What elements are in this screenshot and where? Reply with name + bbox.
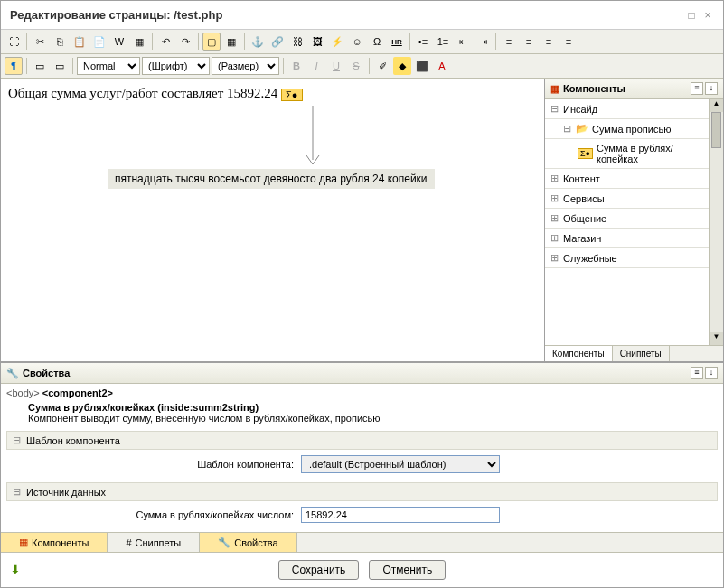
list-number-icon[interactable]: 1≡: [434, 33, 452, 51]
bottom-tab-snippets[interactable]: #Сниппеты: [108, 533, 200, 552]
select-all-icon[interactable]: ▦: [130, 33, 148, 51]
section-template[interactable]: ⊟Шаблон компонента: [6, 431, 718, 450]
expand-icon[interactable]: ⊞: [550, 192, 559, 204]
bold-icon[interactable]: B: [287, 57, 306, 75]
smiley-icon[interactable]: ☺: [348, 33, 366, 51]
tree-group-inside[interactable]: ⊟Инсайд: [545, 99, 709, 119]
list-bullet-icon[interactable]: •≡: [414, 33, 432, 51]
fullscreen-icon[interactable]: ⛶: [5, 33, 23, 51]
separator: [409, 33, 410, 50]
tree-group-content[interactable]: ⊞Контент: [545, 169, 709, 189]
sum-input[interactable]: [301, 507, 500, 523]
properties-panel-title: Свойства: [23, 368, 70, 378]
tree-group-service[interactable]: ⊞Служебные: [545, 248, 709, 268]
format-select[interactable]: Normal: [77, 57, 140, 75]
link-icon[interactable]: 🔗: [268, 33, 287, 51]
hr-icon[interactable]: HR: [388, 33, 406, 51]
components-panel-head: ▦ Компоненты ≡ ↓: [545, 79, 723, 99]
tree-group-shop[interactable]: ⊞Магазин: [545, 229, 709, 248]
side-tab-components[interactable]: Компоненты: [545, 346, 613, 361]
text-color-icon[interactable]: ⬛: [413, 57, 431, 75]
tree-leaf-summ2string[interactable]: Σ●Сумма в рублях/копейках: [545, 139, 709, 169]
bottom-tab-props[interactable]: 🔧Свойства: [200, 533, 296, 552]
components-icon: ▦: [550, 83, 559, 95]
panel-menu-icon[interactable]: ≡: [691, 82, 703, 95]
tree-folder-summ[interactable]: ⊟📂Сумма прописью: [545, 119, 709, 139]
collapse-icon[interactable]: ⊟: [550, 103, 559, 115]
breadcrumb: <body> <component2>: [6, 387, 718, 398]
tree-scrollbar[interactable]: ▲ ▼: [709, 99, 723, 345]
separator: [26, 33, 27, 50]
anchor-icon[interactable]: ⚓: [249, 33, 267, 51]
component-placeholder[interactable]: Σ●: [281, 89, 302, 101]
paragraph-marks-icon[interactable]: ¶: [5, 57, 23, 75]
italic-icon[interactable]: I: [307, 57, 325, 75]
align-center-icon[interactable]: ≡: [520, 33, 538, 51]
image-icon[interactable]: 🖼: [308, 33, 326, 51]
component-icon: Σ●: [578, 148, 593, 159]
collapse-icon[interactable]: ⊟: [563, 123, 572, 135]
arrow-icon: [304, 106, 322, 173]
toolbar-format: ¶ ▭ ▭ Normal (Шрифт) (Размер) B I U S ✐ …: [1, 54, 723, 79]
components-panel: ▦ Компоненты ≡ ↓ ⊟Инсайд ⊟📂Сумма пропись…: [544, 79, 723, 361]
folder-icon: 📂: [576, 123, 588, 135]
expand-icon[interactable]: ⊞: [550, 252, 559, 264]
bg-color-icon[interactable]: A: [433, 57, 451, 75]
redo-icon[interactable]: ↷: [176, 33, 194, 51]
properties-panel: 🔧 Свойства ≡ ↓ <body> <component2> Сумма…: [1, 362, 723, 552]
outdent-icon[interactable]: ⇤: [454, 33, 472, 51]
collapse-icon[interactable]: ⊟: [13, 486, 21, 498]
collapse-icon[interactable]: ⊟: [13, 434, 21, 446]
result-text: пятнадцать тысяч восемьсот девяносто два…: [108, 169, 435, 189]
expand-icon[interactable]: ⊞: [550, 212, 559, 224]
unlink-icon[interactable]: ⛓: [288, 33, 306, 51]
paste-word-icon[interactable]: W: [110, 33, 128, 51]
undo-icon[interactable]: ↶: [156, 33, 174, 51]
special-char-icon[interactable]: Ω: [368, 33, 386, 51]
underline-icon[interactable]: U: [327, 57, 345, 75]
section-source[interactable]: ⊟Источник данных: [6, 482, 718, 501]
cut-icon[interactable]: ✂: [31, 33, 49, 51]
strike-icon[interactable]: S: [347, 57, 365, 75]
separator: [72, 58, 73, 74]
align-left-icon[interactable]: ≡: [500, 33, 518, 51]
save-button[interactable]: Сохранить: [278, 560, 360, 580]
template-btn2-icon[interactable]: ▭: [51, 57, 69, 75]
cancel-button[interactable]: Отменить: [369, 560, 446, 580]
indent-icon[interactable]: ⇥: [474, 33, 492, 51]
scroll-thumb[interactable]: [711, 112, 721, 148]
align-right-icon[interactable]: ≡: [540, 33, 558, 51]
tree-group-communication[interactable]: ⊞Общение: [545, 209, 709, 229]
download-icon[interactable]: ⬇: [10, 562, 21, 576]
remove-format-icon[interactable]: ✐: [373, 57, 391, 75]
align-justify-icon[interactable]: ≡: [559, 33, 578, 51]
maximize-icon[interactable]: □: [685, 9, 698, 22]
separator: [369, 58, 370, 74]
panel-collapse-icon[interactable]: ↓: [705, 367, 718, 379]
scroll-down-icon[interactable]: ▼: [710, 332, 723, 345]
paste-text-icon[interactable]: 📄: [90, 33, 108, 51]
tree-group-services[interactable]: ⊞Сервисы: [545, 189, 709, 209]
template-btn1-icon[interactable]: ▭: [31, 57, 49, 75]
panel-menu-icon[interactable]: ≡: [691, 367, 703, 379]
table-icon[interactable]: ▦: [222, 33, 240, 51]
size-select[interactable]: (Размер): [212, 57, 279, 75]
expand-icon[interactable]: ⊞: [550, 173, 559, 184]
close-icon[interactable]: ×: [701, 9, 714, 22]
show-borders-icon[interactable]: ▢: [202, 33, 221, 51]
wysiwyg-editor[interactable]: Общая сумма услуг/работ составляет 15892…: [1, 79, 544, 361]
template-select[interactable]: .default (Встроенный шаблон): [301, 455, 500, 473]
window-title: Редактирование страницы: /test.php: [10, 8, 682, 22]
bottom-tab-components[interactable]: ▦Компоненты: [1, 533, 108, 552]
paste-icon[interactable]: 📋: [71, 33, 89, 51]
separator: [283, 58, 284, 74]
flash-icon[interactable]: ⚡: [328, 33, 346, 51]
highlight-icon[interactable]: ◆: [393, 57, 411, 75]
component-description: Сумма в рублях/копейках (inside:summ2str…: [6, 398, 718, 427]
scroll-up-icon[interactable]: ▲: [710, 99, 723, 112]
copy-icon[interactable]: ⎘: [51, 33, 69, 51]
side-tab-snippets[interactable]: Сниппеты: [613, 346, 670, 361]
expand-icon[interactable]: ⊞: [550, 232, 559, 244]
font-select[interactable]: (Шрифт): [142, 57, 210, 75]
panel-collapse-icon[interactable]: ↓: [705, 82, 718, 95]
